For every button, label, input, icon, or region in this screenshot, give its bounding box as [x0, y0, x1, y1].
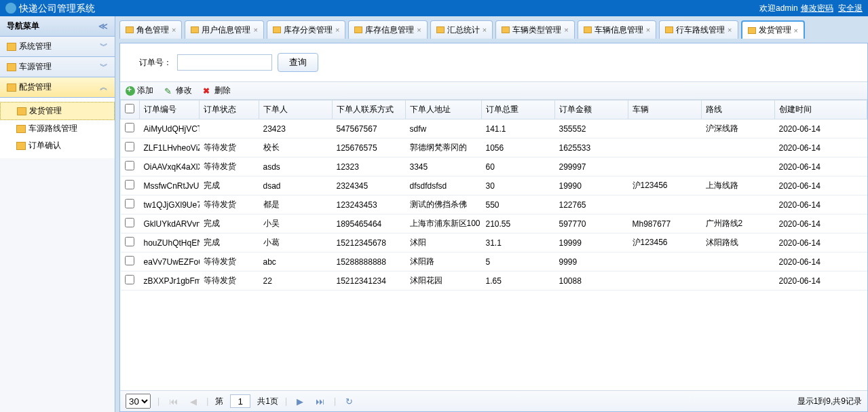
- edit-button[interactable]: 修改: [164, 85, 192, 96]
- close-tab-icon[interactable]: ×: [417, 26, 421, 34]
- column-header[interactable]: 下单人: [259, 100, 333, 119]
- cell: [702, 252, 775, 271]
- chevron-down-icon: ︾: [100, 61, 108, 73]
- column-header[interactable]: 订单编号: [140, 100, 200, 119]
- row-checkbox[interactable]: [125, 199, 134, 208]
- app-title: 快递公司管理系统: [5, 0, 95, 16]
- logo-icon: [5, 3, 16, 14]
- prev-page-button[interactable]: ◀: [187, 396, 200, 407]
- column-header[interactable]: 创建时间: [775, 100, 867, 119]
- table-row[interactable]: tw1QJjGXl9Ue7等待发货都是123243453测试的佛挡杀佛55012…: [121, 195, 867, 214]
- cell: [702, 195, 775, 214]
- tab[interactable]: 发货管理 ×: [741, 20, 805, 39]
- table-row[interactable]: GklUYkdARVvn1完成小吴1895465464上海市浦东新区100210…: [121, 214, 867, 233]
- column-header[interactable]: 路线: [702, 100, 775, 119]
- pager-info: 显示1到9,共9记录: [797, 396, 862, 407]
- table-row[interactable]: AiMyUdQHjVCT23423547567567sdfw141.135555…: [121, 119, 867, 138]
- folder-icon: [191, 26, 199, 33]
- folder-icon: [273, 26, 281, 33]
- tab[interactable]: 车辆类型管理 ×: [495, 20, 574, 39]
- cell: [628, 195, 702, 214]
- close-tab-icon[interactable]: ×: [483, 26, 487, 34]
- app-header: 快递公司管理系统 欢迎admin修改密码 安全退: [0, 0, 868, 16]
- column-header[interactable]: 下单人联系方式: [333, 100, 406, 119]
- close-tab-icon[interactable]: ×: [728, 26, 732, 34]
- table-row[interactable]: houZUhQtHqEN完成小葛15212345678沭阳31.119999沪1…: [121, 233, 867, 252]
- logout-link[interactable]: 安全退: [838, 3, 863, 13]
- close-tab-icon[interactable]: ×: [253, 26, 257, 34]
- data-grid: 订单编号订单状态下单人下单人联系方式下单人地址订单总重订单金额车辆路线创建时间 …: [120, 100, 867, 390]
- folder-icon: [7, 43, 16, 51]
- close-tab-icon[interactable]: ×: [794, 26, 798, 35]
- delete-button[interactable]: 删除: [203, 85, 231, 96]
- table-row[interactable]: eaVv7UwEZFo6等待发货abc15288888888沭阳路5999920…: [121, 252, 867, 271]
- row-checkbox[interactable]: [125, 123, 134, 132]
- row-checkbox[interactable]: [125, 275, 134, 284]
- cell: [628, 119, 702, 138]
- add-button[interactable]: 添加: [126, 85, 153, 96]
- cell: 122765: [555, 195, 628, 214]
- add-icon: [126, 86, 135, 96]
- page-size-select[interactable]: 30: [126, 394, 151, 409]
- cell: 5: [482, 252, 555, 271]
- refresh-button[interactable]: ↻: [343, 396, 356, 407]
- cell: 沭阳花园: [406, 271, 482, 291]
- cell: zBXXPJr1gbFm8: [140, 271, 200, 291]
- row-checkbox[interactable]: [125, 256, 134, 265]
- cell: eaVv7UwEZFo6: [140, 252, 200, 271]
- cell: 上海线路: [702, 176, 775, 195]
- page-input[interactable]: [230, 394, 250, 408]
- cell: Mh987677: [628, 214, 702, 233]
- cell: 299997: [555, 157, 628, 176]
- tab[interactable]: 角色管理 ×: [119, 20, 182, 39]
- row-checkbox[interactable]: [125, 161, 134, 170]
- column-header[interactable]: 车辆: [628, 100, 702, 119]
- accordion-group[interactable]: 车源管理︾: [0, 57, 115, 77]
- cell: 沭阳: [406, 233, 482, 252]
- cell: 550: [482, 195, 555, 214]
- submenu-item[interactable]: 车源路线管理: [0, 120, 115, 137]
- close-tab-icon[interactable]: ×: [172, 26, 176, 34]
- submenu-item[interactable]: 订单确认: [0, 137, 115, 154]
- table-row[interactable]: ZLF1LHvheoViZ等待发货校长125676575郭德纲梵蒂冈的10561…: [121, 138, 867, 157]
- tab[interactable]: 汇总统计 ×: [430, 20, 493, 39]
- cell: 2020-06-14: [775, 252, 867, 271]
- change-password-link[interactable]: 修改密码: [801, 3, 833, 13]
- close-tab-icon[interactable]: ×: [335, 26, 339, 34]
- cell: [628, 271, 702, 291]
- tab[interactable]: 库存分类管理 ×: [267, 20, 345, 39]
- submenu-item[interactable]: 发货管理: [0, 102, 115, 120]
- tab[interactable]: 行车路线管理 ×: [659, 20, 738, 39]
- last-page-button[interactable]: ⏭: [313, 396, 327, 407]
- search-button[interactable]: 查询: [278, 53, 318, 72]
- cell: [628, 138, 702, 157]
- column-header[interactable]: 订单状态: [200, 100, 259, 119]
- cell: 19999: [555, 233, 628, 252]
- next-page-button[interactable]: ▶: [294, 396, 306, 407]
- first-page-button[interactable]: ⏮: [166, 396, 181, 407]
- accordion-group[interactable]: 配货管理︽: [0, 77, 115, 98]
- tab[interactable]: 车辆信息管理 ×: [578, 20, 656, 39]
- accordion-group[interactable]: 系统管理︾: [0, 37, 115, 57]
- column-header[interactable]: 订单总重: [482, 100, 555, 119]
- column-header[interactable]: 下单人地址: [406, 100, 482, 119]
- tab[interactable]: 用户信息管理 ×: [185, 20, 263, 39]
- close-tab-icon[interactable]: ×: [646, 26, 650, 34]
- collapse-sidebar-icon[interactable]: ≪: [98, 21, 108, 31]
- table-row[interactable]: OiAAVxqK4aXlX等待发货asds1232333456029999720…: [121, 157, 867, 176]
- row-checkbox[interactable]: [125, 237, 134, 246]
- select-all-checkbox[interactable]: [125, 104, 134, 113]
- tab[interactable]: 库存信息管理 ×: [348, 20, 427, 39]
- table-row[interactable]: MssfwCnRtJvUx完成dsad2324345dfsdfdsfsd3019…: [121, 176, 867, 195]
- row-checkbox[interactable]: [125, 218, 134, 227]
- cell: 2020-06-14: [775, 138, 867, 157]
- close-tab-icon[interactable]: ×: [564, 26, 568, 34]
- folder-icon: [665, 26, 673, 33]
- app-title-text: 快递公司管理系统: [19, 0, 95, 16]
- cell: 沭阳路: [406, 252, 482, 271]
- table-row[interactable]: zBXXPJr1gbFm8等待发货2215212341234沭阳花园1.6510…: [121, 271, 867, 291]
- order-id-input[interactable]: [177, 54, 272, 71]
- row-checkbox[interactable]: [125, 142, 134, 151]
- column-header[interactable]: 订单金额: [555, 100, 628, 119]
- row-checkbox[interactable]: [125, 180, 134, 189]
